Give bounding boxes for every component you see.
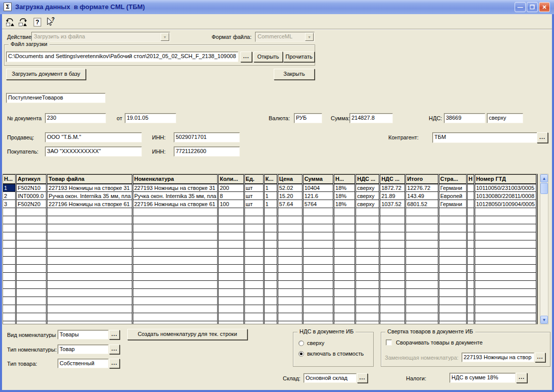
grid-cell[interactable]: [47, 281, 132, 289]
replacement-browse-button[interactable]: ...: [535, 353, 545, 362]
grid-cell[interactable]: [47, 240, 132, 249]
grid-cell[interactable]: [264, 232, 277, 240]
grid-cell[interactable]: 143.49: [406, 192, 438, 200]
grid-cell[interactable]: 18%: [334, 184, 356, 192]
grid-cell[interactable]: 8: [218, 192, 244, 200]
create-nomenclature-button[interactable]: Создать номенклатуру для тек. строки: [127, 329, 247, 340]
grid-cell[interactable]: [406, 289, 438, 297]
grid-cell[interactable]: [3, 321, 16, 325]
grid-cell[interactable]: [264, 305, 277, 313]
grid-cell[interactable]: [264, 216, 277, 224]
sum-field[interactable]: 214827.8: [349, 113, 393, 123]
grid-cell[interactable]: [3, 289, 16, 297]
grid-cell[interactable]: [244, 297, 264, 305]
grid-cell[interactable]: [16, 240, 46, 249]
title-bar[interactable]: Σ Загрузка данных в формате CML (ТБМ) — …: [0, 0, 554, 14]
vat-field[interactable]: 38669: [444, 113, 485, 123]
grid-cell[interactable]: [380, 240, 406, 249]
grid-cell[interactable]: [438, 289, 467, 297]
grid-cell[interactable]: [132, 232, 218, 240]
grid-cell[interactable]: [474, 297, 536, 305]
grid-cell[interactable]: 1037.52: [380, 200, 406, 208]
grid-cell[interactable]: [474, 224, 536, 232]
grid-cell[interactable]: [264, 281, 277, 289]
nomenclature-kind-field[interactable]: Товары: [58, 330, 109, 339]
grid-cell[interactable]: [218, 265, 244, 273]
grid-cell[interactable]: [218, 297, 244, 305]
grid-cell[interactable]: 100: [218, 200, 244, 208]
contractor-browse-button[interactable]: ...: [537, 132, 548, 143]
grid-cell[interactable]: [244, 232, 264, 240]
curved-arrow-left-box-icon[interactable]: [5, 17, 16, 28]
grid-cell[interactable]: [334, 313, 356, 321]
grid-cell[interactable]: [356, 289, 380, 297]
grid-cell[interactable]: [277, 208, 303, 216]
grid-cell[interactable]: 52.02: [277, 184, 303, 192]
grid-cell[interactable]: [132, 208, 218, 216]
grid-cell[interactable]: [264, 224, 277, 232]
grid-cell[interactable]: [218, 305, 244, 313]
grid-cell[interactable]: [277, 305, 303, 313]
seller-field[interactable]: ООО "Т.Б.М.": [45, 132, 142, 142]
grid-column-header[interactable]: Номенклатура: [132, 175, 218, 184]
grid-cell[interactable]: [303, 265, 333, 273]
grid-cell[interactable]: [244, 249, 264, 257]
grid-cell[interactable]: [132, 321, 218, 325]
grid-cell[interactable]: [16, 289, 46, 297]
grid-cell[interactable]: [264, 265, 277, 273]
radio-icon[interactable]: [298, 340, 304, 346]
grid-cell[interactable]: [406, 232, 438, 240]
grid-cell[interactable]: [474, 313, 536, 321]
grid-cell[interactable]: 1: [264, 192, 277, 200]
vat-radio-option[interactable]: сверху: [298, 340, 364, 346]
grid-cell[interactable]: [334, 240, 356, 249]
grid-cell[interactable]: [380, 216, 406, 224]
grid-cell[interactable]: [244, 273, 264, 281]
grid-cell[interactable]: [467, 192, 474, 200]
grid-cell[interactable]: [380, 208, 406, 216]
grid-cell[interactable]: [303, 257, 333, 265]
grid-cell[interactable]: [277, 297, 303, 305]
taxes-browse-button[interactable]: ...: [516, 373, 527, 383]
grid-cell[interactable]: [438, 273, 467, 281]
grid-cell[interactable]: [467, 184, 474, 192]
grid-cell[interactable]: [334, 216, 356, 224]
grid-cell[interactable]: [406, 297, 438, 305]
grid-cell[interactable]: [438, 249, 467, 257]
grid-column-header[interactable]: Артикул: [16, 175, 46, 184]
grid-cell[interactable]: 10404: [303, 184, 333, 192]
grid-cell[interactable]: [218, 273, 244, 281]
contractor-field[interactable]: ТБМ: [432, 132, 537, 143]
grid-cell[interactable]: [3, 297, 16, 305]
scrollbar-thumb[interactable]: [540, 183, 548, 194]
grid-cell[interactable]: [334, 232, 356, 240]
doc-date-field[interactable]: 19.01.05: [125, 113, 176, 123]
grid-cell[interactable]: [3, 313, 16, 321]
grid-cell[interactable]: [244, 224, 264, 232]
grid-cell[interactable]: [467, 289, 474, 297]
grid-cell[interactable]: [438, 313, 467, 321]
currency-field[interactable]: РУБ: [294, 113, 322, 123]
grid-cell[interactable]: [380, 281, 406, 289]
grid-cell[interactable]: [406, 257, 438, 265]
grid-cell[interactable]: [474, 257, 536, 265]
grid-cell[interactable]: 5764: [303, 200, 333, 208]
grid-cell[interactable]: [303, 224, 333, 232]
chevron-down-icon[interactable]: ▼: [305, 33, 314, 41]
grid-cell[interactable]: [467, 240, 474, 249]
grid-cell[interactable]: [132, 240, 218, 249]
grid-cell[interactable]: 1872.72: [380, 184, 406, 192]
grid-cell[interactable]: [132, 265, 218, 273]
grid-cell[interactable]: [356, 265, 380, 273]
grid-cell[interactable]: [218, 313, 244, 321]
grid-cell[interactable]: [334, 208, 356, 216]
grid-cell[interactable]: [474, 289, 536, 297]
grid-cell[interactable]: [406, 240, 438, 249]
grid-cell[interactable]: [303, 240, 333, 249]
grid-cell[interactable]: [438, 224, 467, 232]
seller-inn-field[interactable]: 5029071701: [174, 132, 240, 142]
grid-cell[interactable]: [406, 208, 438, 216]
radio-icon[interactable]: [298, 351, 304, 357]
grid-cell[interactable]: Европей: [438, 192, 467, 200]
grid-cell[interactable]: [380, 313, 406, 321]
